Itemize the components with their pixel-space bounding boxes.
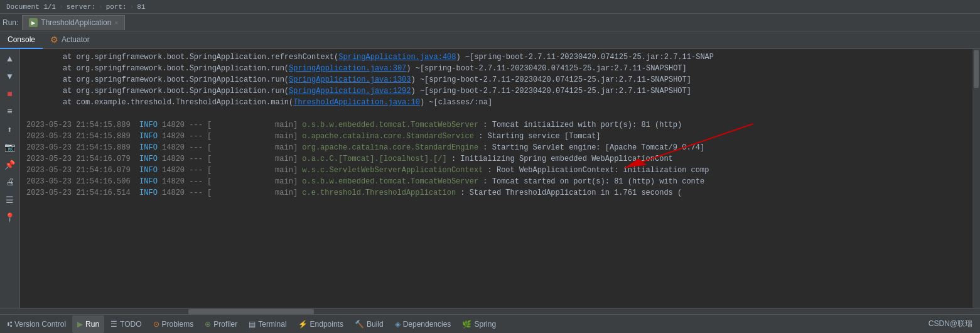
tab-problems[interactable]: ⊙ Problems (148, 315, 199, 333)
align-button[interactable]: ⬆ (3, 122, 18, 137)
log-line-5: 2023-05-23 21:54:16.079 INFO 14820 --- [… (25, 165, 967, 176)
tab-build[interactable]: 🔨 Build (350, 315, 389, 333)
bottom-tab-bar: ⑆ Version Control ▶ Run ☰ TODO ⊙ Problem… (0, 314, 980, 333)
breadcrumb-port: port: (106, 3, 127, 11)
stack-line-5: at com.example.threshold.ThresholdApplic… (25, 97, 967, 108)
threshold-app-icon: ▶ (29, 18, 38, 27)
stack-line-1: at org.springframework.boot.SpringApplic… (25, 52, 967, 63)
log-line-3: 2023-05-23 21:54:15.889 INFO 14820 --- [… (25, 142, 967, 153)
problems-icon: ⊙ (153, 320, 159, 329)
console-tab-label: Console (8, 35, 35, 44)
todo-icon: ☰ (110, 320, 117, 329)
log-line-6: 2023-05-23 21:54:16.506 INFO 14820 --- [… (25, 176, 967, 187)
scroll-thumb[interactable] (974, 50, 979, 88)
run-tab[interactable]: ▶ ThresholdApplication × (22, 15, 125, 30)
vertical-scrollbar[interactable] (972, 49, 980, 308)
run-tab-close[interactable]: × (114, 19, 118, 26)
run-icon: ▶ (77, 320, 83, 329)
tab-endpoints-label: Endpoints (310, 320, 343, 329)
console-tab-bar: Console ⚙ Actuator (0, 31, 980, 49)
left-toolbar: ▲ ▼ ■ ≡ ⬆ 📷 📌 🖨 ☰ 📍 (0, 49, 20, 308)
tab-run-label: Run (85, 320, 99, 329)
run-tab-name: ThresholdApplication (41, 18, 111, 27)
stack-link-3[interactable]: SpringApplication.java:1303 (289, 75, 411, 84)
pin2-button[interactable]: 📍 (3, 210, 18, 225)
breadcrumb-server: server: (67, 3, 95, 11)
log-line-4: 2023-05-23 21:54:16.079 INFO 14820 --- [… (25, 153, 967, 165)
tab-spring-label: Spring (474, 320, 496, 329)
tab-dependencies-label: Dependencies (403, 320, 451, 329)
horizontal-scroll-thumb[interactable] (188, 309, 314, 314)
tab-run[interactable]: ▶ Run (72, 315, 104, 333)
camera-button[interactable]: 📷 (3, 139, 18, 155)
profiler-icon: ⊕ (205, 320, 211, 329)
log-line-2: 2023-05-23 21:54:15.889 INFO 14820 --- [… (25, 131, 967, 142)
blank-line-2 (25, 199, 967, 210)
terminal-icon: ▤ (249, 320, 256, 329)
tab-actuator[interactable]: ⚙ Actuator (43, 31, 97, 49)
console-output[interactable]: at org.springframework.boot.SpringApplic… (20, 49, 972, 308)
blank-line (25, 108, 967, 119)
endpoints-icon: ⚡ (298, 320, 308, 329)
soft-wrap-button[interactable]: ≡ (3, 104, 18, 119)
horizontal-scrollbar[interactable] (0, 308, 980, 314)
stack-link-1[interactable]: SpringApplication.java:408 (338, 53, 456, 62)
log-line-7: 2023-05-23 21:54:16.514 INFO 14820 --- [… (25, 187, 967, 199)
stack-link-4[interactable]: SpringApplication.java:1292 (289, 87, 411, 96)
run-tab-bar: Run: ▶ ThresholdApplication × (0, 14, 980, 31)
stack-link-5[interactable]: ThresholdApplication.java:10 (293, 98, 420, 107)
stack-link-2[interactable]: SpringApplication.java:307 (289, 64, 406, 73)
breadcrumb-value: 81 (137, 3, 145, 11)
pin-button[interactable]: 📌 (3, 157, 18, 172)
dependencies-icon: ◈ (395, 320, 401, 329)
tab-terminal-label: Terminal (258, 320, 286, 329)
print-button[interactable]: 🖨 (3, 175, 18, 190)
tab-endpoints[interactable]: ⚡ Endpoints (293, 315, 348, 333)
run-label: Run: (3, 18, 18, 27)
tab-todo[interactable]: ☰ TODO (105, 315, 146, 333)
stop-button[interactable]: ■ (3, 87, 18, 102)
tab-version-control[interactable]: ⑆ Version Control (3, 315, 71, 333)
tab-todo-label: TODO (120, 320, 141, 329)
spring-icon: 🌿 (462, 320, 471, 329)
stack-line-4: at org.springframework.boot.SpringApplic… (25, 85, 967, 97)
breadcrumb-document: Document 1/1 (6, 3, 56, 11)
scroll-up-button[interactable]: ▲ (3, 52, 18, 67)
tab-dependencies[interactable]: ◈ Dependencies (390, 315, 456, 333)
scroll-down-button[interactable]: ▼ (3, 69, 18, 84)
tab-version-control-label: Version Control (14, 320, 66, 329)
tab-problems-label: Problems (162, 320, 194, 329)
build-icon: 🔨 (355, 320, 364, 329)
actuator-tab-label: Actuator (62, 35, 90, 44)
lines-button[interactable]: ☰ (3, 192, 18, 207)
stack-line-2: at org.springframework.boot.SpringApplic… (25, 63, 967, 74)
version-control-icon: ⑆ (8, 320, 12, 329)
tab-terminal[interactable]: ▤ Terminal (244, 315, 291, 333)
stack-line-3: at org.springframework.boot.SpringApplic… (25, 74, 967, 85)
tab-build-label: Build (367, 320, 384, 329)
breadcrumb-bar: Document 1/1 › server: › port: › 81 (0, 0, 980, 14)
actuator-icon: ⚙ (50, 35, 58, 45)
tab-profiler-label: Profiler (213, 320, 237, 329)
status-right: CSDN@联瑞 (929, 319, 977, 329)
tab-spring[interactable]: 🌿 Spring (457, 315, 501, 333)
tab-console[interactable]: Console (0, 31, 43, 49)
tab-profiler[interactable]: ⊕ Profiler (200, 315, 242, 333)
log-line-1: 2023-05-23 21:54:15.889 INFO 14820 --- [… (25, 119, 967, 131)
main-content: ▲ ▼ ■ ≡ ⬆ 📷 📌 🖨 ☰ 📍 at org.springframewo… (0, 49, 980, 308)
